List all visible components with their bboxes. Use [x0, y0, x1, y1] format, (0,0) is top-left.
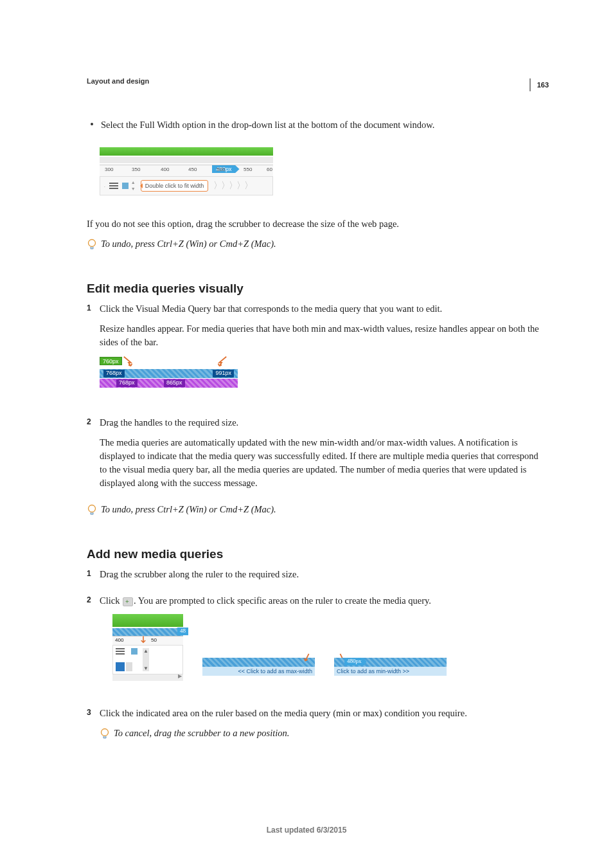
chapter-heading: Layout and design [87, 77, 542, 85]
tip: To cancel, drag the scrubber to a new po… [100, 727, 542, 746]
figure-min-width-prompt: 480px Click to add as min-width >> [334, 658, 447, 681]
tool-icon [126, 662, 132, 671]
step-3: 3 Click the indicated area on the ruler … [87, 707, 542, 755]
step-text: The media queries are automatically upda… [100, 436, 542, 490]
text-run: Click [100, 595, 122, 606]
figure-max-width-prompt: << Click to add as max-width [202, 658, 315, 681]
blue-pill-left: 768px [103, 370, 125, 377]
tick-label: 500 [217, 167, 225, 172]
scrubber-dot: . [104, 183, 105, 188]
blue-pill-right: 991px [213, 370, 234, 377]
step-number: 2 [87, 417, 100, 426]
add-media-query-icon [123, 597, 133, 606]
vmq-green-bar [100, 147, 273, 156]
svg-point-0 [89, 240, 96, 247]
tip: To undo, press Ctrl+Z (Win) or Cmd+Z (Ma… [87, 503, 542, 523]
figure-resize-handles: 760px 768px 991px 768px 865px [100, 357, 238, 388]
tick-label: 60 [267, 167, 272, 172]
arrow-up-icon: ▲ [143, 648, 148, 654]
tick-label: 350 [132, 167, 140, 172]
tick-label: 450 [188, 167, 197, 172]
blue-bar: 480px [334, 658, 447, 667]
tip-text: To undo, press Ctrl+Z (Win) or Cmd+Z (Ma… [101, 503, 276, 516]
paragraph: If you do not see this option, drag the … [87, 217, 542, 231]
ruler: 480px 300 350 400 450 500 550 60 [100, 165, 273, 176]
bullet-text: Select the Full Width option in the drop… [101, 118, 434, 132]
step-text: Click the Visual Media Query bar that co… [100, 302, 542, 316]
lightbulb-icon [87, 239, 98, 254]
step-text: Drag the handles to the required size. [100, 416, 542, 429]
mobile-icon [131, 648, 138, 655]
tick-label: 400 [115, 637, 123, 643]
arrow-down-icon: ▼ [143, 665, 148, 671]
tip-text: To undo, press Ctrl+Z (Win) or Cmd+Z (Ma… [101, 237, 276, 251]
tick-label: 300 [105, 167, 113, 172]
blue-bar: 768px 991px [100, 369, 238, 378]
arrow-icon [123, 356, 134, 367]
tool-icon [116, 662, 125, 671]
blue-bar [202, 658, 315, 667]
bottom-strip [112, 674, 183, 681]
step-1: 1 Drag the scrubber along the ruler to t… [87, 568, 542, 588]
step-2: 2 Drag the handles to the required size.… [87, 416, 542, 496]
step-text: Resize handles appear. For media queries… [100, 322, 542, 349]
mobile-icon [122, 183, 129, 189]
green-pill: 760px [100, 357, 122, 365]
arrow-icon [138, 635, 148, 646]
purple-pill-right: 865px [164, 379, 185, 387]
tick-label: 550 [244, 167, 252, 172]
caption-max-width: << Click to add as max-width [202, 667, 315, 676]
caption-min-width: Click to add as min-width >> [334, 667, 447, 676]
step-number: 1 [87, 569, 100, 578]
tip: To undo, press Ctrl+Z (Win) or Cmd+Z (Ma… [87, 237, 542, 257]
size-tag: 480px [344, 658, 367, 665]
purple-pill-left: 768px [116, 379, 138, 387]
figure-add-media-query: 48 400 50 ▲▼ [112, 614, 542, 681]
ruler: 400 50 [112, 636, 183, 645]
step-1: 1 Click the Visual Media Query bar that … [87, 302, 542, 410]
grey-bar [100, 157, 273, 163]
step-text: Drag the scrubber along the ruler to the… [100, 568, 542, 581]
page-number: 163 [529, 78, 549, 91]
bullet-item: Select the Full Width option in the drop… [87, 118, 542, 138]
step-text: Click the indicated area on the ruler ba… [100, 707, 542, 720]
step-number: 2 [87, 595, 100, 604]
text-run: . You are prompted to click specific are… [134, 595, 431, 606]
figure-scrubber-panel: 48 400 50 ▲▼ [112, 614, 183, 681]
callout-tooltip: Double click to fit width [141, 180, 209, 192]
arrow-icon [216, 356, 227, 367]
svg-point-1 [89, 505, 96, 512]
scrollbar: ▲▼ [143, 648, 149, 671]
purple-bar: 768px 865px [100, 379, 238, 388]
step-number: 1 [87, 303, 100, 312]
green-bar [112, 614, 183, 627]
heading-edit-media-queries: Edit media queries visually [87, 282, 542, 296]
lightbulb-icon [87, 504, 98, 520]
step-text: Click . You are prompted to click specif… [100, 594, 542, 608]
bullet-icon [91, 123, 93, 125]
size-tag: 48 [177, 628, 188, 635]
svg-point-2 [102, 729, 109, 736]
tick-label: 50 [151, 637, 157, 643]
tick-label: 400 [161, 167, 169, 172]
heading-add-media-queries: Add new media queries [87, 547, 542, 561]
step-number: 3 [87, 708, 100, 717]
step-2: 2 Click . You are prompted to click spec… [87, 594, 542, 700]
arrow-icon [301, 653, 312, 664]
arrows-icon: ▲▼ [131, 180, 136, 192]
tip-text: To cancel, drag the scrubber to a new po… [114, 727, 289, 740]
toolbar-row: . ▲▼ Double click to fit width 〉〉〉〉〉 [100, 176, 273, 195]
hamburger-icon [109, 183, 118, 189]
chevrons-icon: 〉〉〉〉〉 [213, 180, 252, 192]
toolbar: ▲▼ [112, 645, 183, 674]
figure-full-width-option: 480px 300 350 400 450 500 550 60 . ▲▼ Do… [100, 147, 273, 195]
footer-last-updated: Last updated 6/3/2015 [0, 826, 613, 835]
lightbulb-icon [100, 728, 111, 743]
